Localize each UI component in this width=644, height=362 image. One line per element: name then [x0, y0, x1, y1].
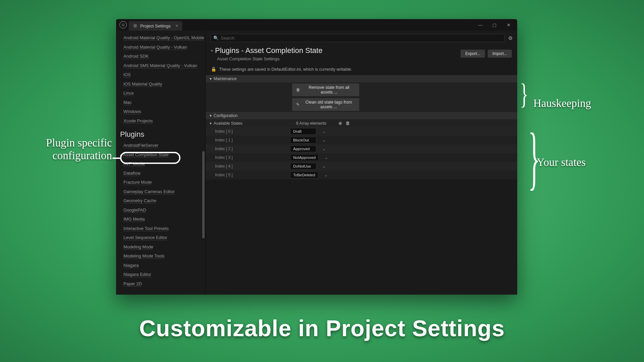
unreal-logo-icon: U	[119, 21, 127, 28]
search-icon: 🔍	[213, 36, 219, 41]
page-title: Plugins - Asset Completion State	[215, 46, 322, 55]
annotation-housekeeping: Hauskeeping	[533, 97, 591, 110]
sidebar-item[interactable]: Fracture Mode	[116, 178, 205, 187]
export-button[interactable]: Export...	[461, 50, 485, 58]
sidebar-item[interactable]: Android SDK	[116, 52, 205, 61]
state-row: Index [ 4 ]DoNotUse⌄	[206, 162, 517, 171]
sidebar-item[interactable]: Geometry Cache	[116, 196, 205, 205]
unlock-icon: 🔓	[211, 67, 216, 72]
button-label: Clean old state tags from assets ...	[302, 100, 355, 109]
state-value-field[interactable]: NotApproved	[290, 154, 319, 161]
sidebar-item[interactable]: Niagara	[116, 261, 205, 270]
sidebar-item[interactable]: AVF Media	[116, 159, 205, 169]
index-label: Index [ 0 ]	[215, 129, 290, 134]
sidebar-item[interactable]: Dataflow	[116, 169, 205, 178]
available-states-label: Available States	[214, 121, 294, 126]
sidebar-item[interactable]: Android SM5 Material Quality - Vulkan	[116, 61, 205, 70]
chevron-down-icon[interactable]: ⌄	[322, 129, 325, 134]
state-value-field[interactable]: Draft	[290, 128, 316, 135]
sidebar-item[interactable]: Paper 2D	[116, 279, 205, 289]
index-label: Index [ 4 ]	[215, 164, 290, 169]
state-value-field[interactable]: Approved	[290, 145, 316, 152]
sidebar-item[interactable]: Xcode Projects	[116, 116, 205, 126]
search-input[interactable]	[221, 36, 502, 41]
maximize-button[interactable]: ▢	[488, 20, 501, 29]
project-settings-window: U Project Settings × — ▢ ✕ Android Mater…	[116, 19, 517, 295]
annotation-your-states: Your states	[537, 156, 586, 169]
svg-point-0	[134, 25, 136, 26]
sidebar-item[interactable]: iOS Material Quality	[116, 79, 205, 89]
chevron-down-icon[interactable]: ⌄	[322, 138, 325, 142]
sidebar-item[interactable]: IMG Media	[116, 215, 205, 224]
import-button[interactable]: Import...	[488, 50, 512, 58]
sidebar-heading-plugins: Plugins	[116, 125, 205, 141]
clear-array-icon[interactable]: 🗑	[345, 121, 350, 126]
section-label: Configuration	[214, 113, 237, 118]
state-row: Index [ 0 ]Draft⌄	[206, 127, 517, 136]
maintenance-body: 🗑 Remove state from all assets ... ✎ Cle…	[206, 82, 517, 112]
sidebar-item[interactable]: Linux	[116, 88, 205, 98]
caret-right-icon: ▸	[120, 153, 122, 158]
settings-tab-icon	[133, 23, 138, 28]
sidebar-item[interactable]: Niagara Editor	[116, 270, 205, 279]
sidebar-item[interactable]: Modeling Mode	[116, 242, 205, 252]
sidebar-item[interactable]: Android Material Quality - Vulkan	[116, 43, 205, 52]
section-configuration-header[interactable]: ▾ Configuration	[206, 112, 517, 119]
sidebar-item[interactable]: Windows	[116, 107, 205, 116]
chevron-down-icon[interactable]: ⌄	[324, 173, 327, 177]
sidebar[interactable]: Android Material Quality - OpenGL Mobile…	[116, 31, 205, 295]
tab-project-settings[interactable]: Project Settings ×	[129, 21, 182, 31]
button-label: Remove state from all assets ...	[303, 85, 355, 95]
state-value-field[interactable]: DoNotUse	[290, 163, 316, 170]
brace-icon: }	[528, 124, 540, 191]
scrollbar-thumb[interactable]	[202, 151, 205, 238]
brace-icon: }	[520, 83, 528, 105]
caption: Customizable in Project Settings	[0, 315, 644, 341]
sidebar-item[interactable]: Mac	[116, 98, 205, 107]
clean-tags-button[interactable]: ✎ Clean old state tags from assets ...	[292, 98, 359, 111]
sidebar-item[interactable]: AndroidFileServer	[116, 141, 205, 150]
sidebar-item[interactable]: iOS	[116, 70, 205, 79]
chevron-down-icon[interactable]: ▾	[211, 49, 213, 53]
chevron-down-icon[interactable]: ⌄	[322, 164, 325, 169]
sidebar-item[interactable]: Level Sequence Editor	[116, 233, 205, 242]
section-label: Maintenance	[214, 76, 237, 81]
tab-label: Project Settings	[140, 23, 171, 28]
sidebar-item[interactable]: GooglePAD	[116, 205, 205, 215]
search-field-wrap[interactable]: 🔍	[210, 34, 505, 42]
sidebar-item[interactable]: ▸Asset Completion State	[116, 150, 205, 160]
chevron-down-icon: ▾	[210, 121, 212, 126]
chevron-down-icon[interactable]: ⌄	[325, 156, 328, 160]
search-bar: 🔍 ⚙	[206, 31, 517, 45]
content-area: Android Material Quality - OpenGL Mobile…	[116, 31, 517, 295]
section-maintenance-header[interactable]: ▾ Maintenance	[206, 75, 517, 82]
minimize-button[interactable]: —	[474, 20, 487, 29]
chevron-down-icon[interactable]: ⌄	[322, 147, 325, 151]
writable-notice: 🔓 These settings are saved in DefaultEdi…	[206, 64, 517, 75]
configuration-body: ▾ Available States 6 Array elements ⊕ 🗑 …	[206, 119, 517, 179]
add-element-icon[interactable]: ⊕	[338, 121, 342, 126]
window-controls: — ▢ ✕	[474, 20, 515, 29]
state-value-field[interactable]: BlockOut	[290, 137, 316, 143]
state-row: Index [ 2 ]Approved⌄	[206, 144, 517, 153]
available-states-row[interactable]: ▾ Available States 6 Array elements ⊕ 🗑	[206, 119, 517, 127]
state-row: Index [ 1 ]BlockOut⌄	[206, 136, 517, 144]
state-row: Index [ 3 ]NotApproved⌄	[206, 153, 517, 162]
broom-icon: ✎	[296, 102, 300, 107]
sidebar-item[interactable]: Modeling Mode Tools	[116, 251, 205, 261]
state-value-field[interactable]: ToBeDeleted	[290, 172, 318, 178]
sidebar-item[interactable]: Android Material Quality - OpenGL Mobile	[116, 33, 205, 43]
main-panel: 🔍 ⚙ ▾ Plugins - Asset Completion State A…	[205, 31, 517, 295]
array-count: 6 Array elements	[296, 121, 326, 126]
close-button[interactable]: ✕	[502, 20, 515, 29]
state-row: Index [ 5 ]ToBeDeleted⌄	[206, 171, 517, 179]
chevron-down-icon: ▾	[210, 76, 212, 81]
tab-close-icon[interactable]: ×	[175, 23, 178, 28]
index-label: Index [ 2 ]	[215, 146, 290, 151]
sidebar-item[interactable]: Gameplay Cameras Editor	[116, 187, 205, 196]
sidebar-item[interactable]: Interactive Tool Presets	[116, 224, 205, 233]
writable-text: These settings are saved in DefaultEdito…	[219, 67, 352, 72]
remove-state-button[interactable]: 🗑 Remove state from all assets ...	[292, 83, 359, 96]
gear-icon[interactable]: ⚙	[508, 35, 513, 41]
chevron-down-icon: ▾	[210, 113, 212, 118]
